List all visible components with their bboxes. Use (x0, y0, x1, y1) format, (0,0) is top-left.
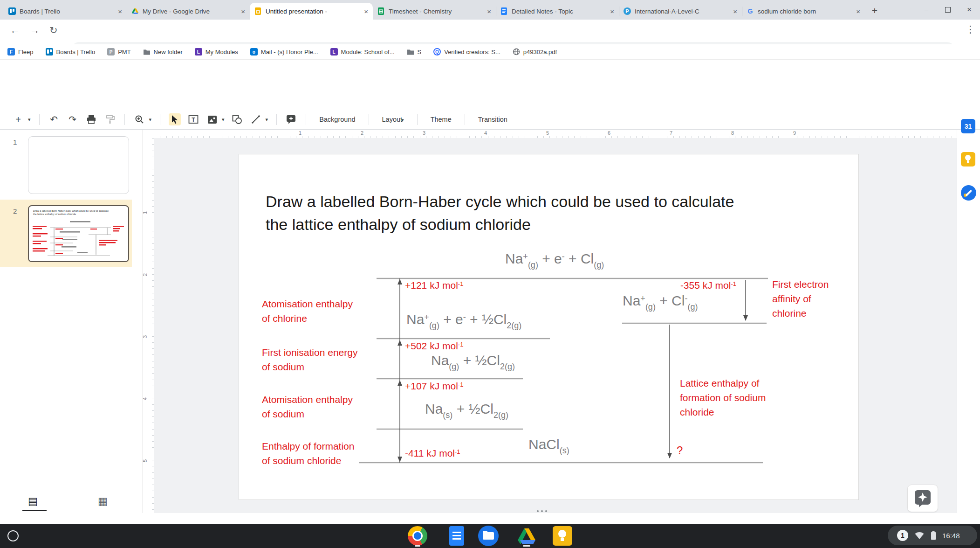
slides-icon (254, 7, 262, 15)
ruler-number: 3 (142, 335, 148, 338)
zoom-icon[interactable] (133, 113, 145, 125)
folder-icon (143, 49, 151, 55)
speaker-notes-handle[interactable] (537, 510, 547, 512)
label-atomisation-chlorine[interactable]: Atomisation enthalpy of chlorine (262, 297, 353, 326)
calendar-icon[interactable]: 31 (961, 119, 975, 133)
shelf-docs-icon[interactable] (446, 526, 467, 546)
tab-title: sodium chloride born (758, 8, 852, 15)
tab-close-icon[interactable]: × (610, 7, 614, 15)
bookmark-pdf[interactable]: p49302a.pdf (513, 48, 557, 55)
modules-icon: L (330, 48, 338, 55)
filmstrip-view-icon[interactable]: ▤ (28, 495, 38, 507)
minimize-button[interactable]: – (916, 0, 937, 20)
tab-close-icon[interactable]: × (733, 7, 737, 15)
redo-icon[interactable]: ↷ (67, 113, 79, 125)
bookmark-fleep[interactable]: FFleep (7, 48, 34, 55)
formula-na-halfcl2-s[interactable]: Na(s) + ½Cl2(g) (425, 401, 508, 417)
launcher-icon[interactable] (7, 530, 19, 541)
slide-title-text[interactable]: Draw a labelled Born-Haber cycle which c… (266, 190, 848, 236)
bookmark-trello[interactable]: Boards | Trello (46, 48, 96, 55)
tab-close-icon[interactable]: × (364, 7, 368, 15)
tab-close-icon[interactable]: × (118, 7, 122, 15)
shelf-files-icon[interactable] (478, 526, 499, 546)
tab-close-icon[interactable]: × (856, 7, 860, 15)
label-electron-affinity[interactable]: First electron affinity of chlorine (772, 277, 829, 320)
restore-button[interactable] (937, 0, 959, 20)
bookmark-mail[interactable]: oMail - (s) Honor Ple... (250, 48, 318, 55)
insert-shape-icon[interactable] (231, 113, 243, 125)
image-dropdown-icon[interactable]: ▾ (222, 117, 225, 123)
insert-image-icon[interactable] (206, 113, 218, 125)
shelf-keep-icon[interactable] (552, 526, 573, 546)
formula-na-e-halfcl2[interactable]: Na+(g) + e- + ½Cl2(g) (406, 312, 521, 327)
slide-2-number: 2 (13, 207, 17, 215)
tab-close-icon[interactable]: × (241, 7, 245, 15)
lattice-unknown-value[interactable]: ? (677, 444, 683, 457)
label-atomisation-sodium[interactable]: Atomisation enthalpy of sodium (262, 392, 353, 421)
bookmark-verified-creators[interactable]: QVerified creators: S... (433, 48, 500, 55)
ruler-number: 2 (142, 273, 148, 276)
slide-1-number: 1 (13, 138, 17, 146)
bookmark-label: S (418, 49, 422, 55)
tab-trello[interactable]: Boards | Trello × (4, 3, 127, 20)
text-box-icon[interactable]: T (187, 113, 199, 125)
select-tool-active[interactable] (169, 113, 181, 125)
formula-nacl[interactable]: NaCl(s) (528, 437, 569, 452)
energy-atomisation-chlorine[interactable]: +121 kJ mol-1 (405, 280, 463, 291)
energy-formation[interactable]: -411 kJ mol-1 (405, 448, 460, 459)
tab-slides-active[interactable]: Untitled presentation - × (250, 3, 373, 20)
grid-view-icon[interactable]: ▦ (98, 495, 108, 507)
drive-running-indicator (523, 545, 530, 547)
bookmark-my-modules[interactable]: LMy Modules (195, 48, 238, 55)
paint-format-icon[interactable] (104, 113, 116, 125)
slide-1-thumbnail[interactable] (28, 136, 129, 194)
label-enthalpy-formation[interactable]: Enthalpy of formation of sodium chloride (262, 439, 354, 468)
formula-na-e-cl-gas[interactable]: Na+(g) + e- + Cl(g) (505, 251, 604, 267)
tab-drive[interactable]: My Drive - Google Drive × (127, 3, 250, 20)
forward-icon[interactable]: → (30, 25, 40, 36)
chrome-menu-icon[interactable]: ⋮ (966, 24, 975, 35)
energy-ionisation-sodium[interactable]: +502 kJ mol-1 (405, 340, 463, 352)
close-window-button[interactable]: × (959, 0, 980, 20)
explore-button[interactable] (907, 485, 938, 512)
clock: 16:48 (942, 532, 960, 540)
tab-close-icon[interactable]: × (487, 7, 491, 15)
tab-pmt[interactable]: P International-A-Level-C × (619, 3, 742, 20)
energy-electron-affinity[interactable]: -355 kJ mol-1 (662, 280, 736, 291)
undo-icon[interactable]: ↶ (48, 113, 60, 125)
transition-button[interactable]: Transition (473, 116, 512, 123)
tab-docs[interactable]: Detailed Notes - Topic × (496, 3, 619, 20)
new-slide-button[interactable]: + (12, 113, 24, 125)
formula-na-halfcl2-g[interactable]: Na(g) + ½Cl2(g) (431, 353, 515, 368)
keep-icon[interactable] (961, 152, 975, 166)
back-icon[interactable]: ← (10, 25, 20, 36)
tab-sheets[interactable]: Timesheet - Chemistry × (373, 3, 496, 20)
layout-dropdown-icon: ▾ (401, 117, 404, 123)
tab-google-search[interactable]: G sodium chloride born × (742, 3, 865, 20)
theme-button[interactable]: Theme (426, 116, 456, 123)
energy-atomisation-sodium[interactable]: +107 kJ mol-1 (405, 381, 463, 392)
print-icon[interactable] (85, 113, 97, 125)
insert-comment-icon[interactable] (285, 113, 297, 125)
bookmark-pmt[interactable]: PPMT (107, 48, 130, 55)
ruler-corner (142, 130, 154, 138)
new-tab-button[interactable]: + (868, 4, 882, 18)
shelf-drive-icon[interactable] (516, 526, 537, 546)
zoom-dropdown-icon[interactable]: ▾ (149, 117, 152, 123)
shelf-chrome-icon[interactable] (407, 526, 428, 546)
bookmark-module-school[interactable]: LModule: School of... (330, 48, 395, 55)
tasks-icon[interactable] (961, 185, 976, 201)
bookmark-s-folder[interactable]: S (407, 49, 422, 55)
background-button[interactable]: Background (315, 116, 360, 123)
line-dropdown-icon[interactable]: ▾ (266, 117, 268, 123)
status-tray[interactable]: 1 16:48 (888, 526, 977, 545)
slide-2-thumbnail[interactable]: Draw a labelled Born-Haber cycle which c… (28, 205, 129, 262)
formula-na-cl-ions[interactable]: Na+(g) + Cl-(g) (623, 293, 698, 309)
label-ionisation-sodium[interactable]: First ionisation energy of sodium (262, 345, 357, 374)
layout-button[interactable]: Layout ▾ (377, 116, 409, 123)
reload-icon[interactable]: ↻ (49, 25, 58, 36)
label-lattice-enthalpy[interactable]: Lattice enthalpy of formation of sodium … (680, 376, 766, 419)
bookmark-new-folder[interactable]: New folder (143, 49, 183, 55)
new-slide-dropdown-icon[interactable]: ▾ (28, 117, 31, 123)
insert-line-icon[interactable] (250, 113, 262, 125)
